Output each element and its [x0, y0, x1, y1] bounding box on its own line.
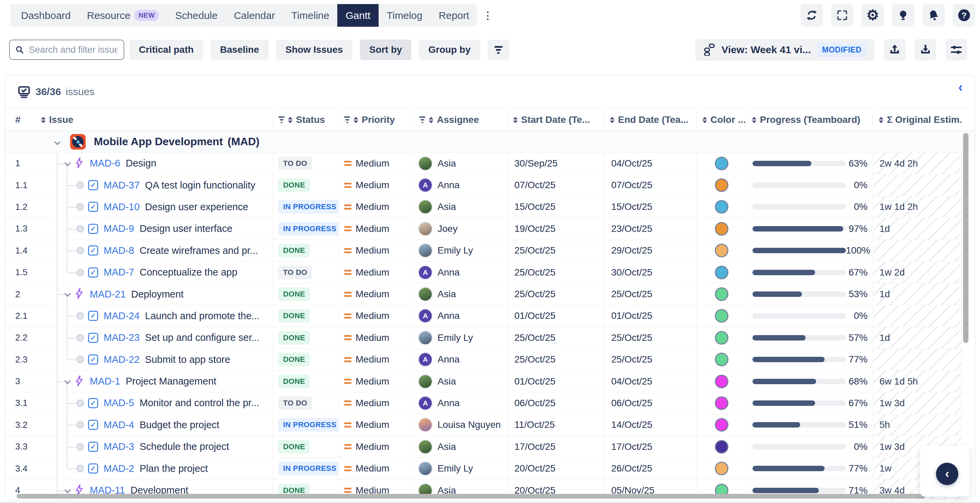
priority-cell[interactable]: Medium [338, 349, 414, 370]
drag-handle[interactable] [76, 421, 84, 428]
table-row[interactable]: 3 MAD-1Project Management DONE Medium As… [5, 371, 975, 392]
expand-chevron[interactable] [65, 290, 71, 297]
table-row[interactable]: 3.3 ✓MAD-3Schedule the project DONE Medi… [5, 436, 975, 458]
vertical-scrollbar-thumb[interactable] [963, 133, 969, 343]
priority-cell[interactable]: Medium [338, 283, 414, 305]
expand-chevron[interactable] [65, 378, 71, 384]
color-cell[interactable] [697, 305, 746, 327]
notifications-button[interactable] [923, 4, 945, 26]
filter-icon[interactable] [278, 116, 285, 123]
estimate-cell[interactable]: 1d [873, 327, 961, 348]
start-date-cell[interactable]: 17/Oct/25 [507, 436, 604, 457]
drag-handle[interactable] [76, 225, 84, 233]
sort-icon[interactable] [41, 117, 46, 123]
start-date-cell[interactable]: 25/Oct/25 [507, 349, 604, 370]
page-scrollbar-track[interactable] [0, 501, 980, 503]
critical-path-button[interactable]: Critical path [129, 40, 203, 60]
table-row[interactable]: 3.4 ✓MAD-2Plan the project IN PROGRESS M… [5, 458, 975, 479]
priority-cell[interactable]: Medium [338, 305, 414, 327]
column-header-status[interactable]: Status [273, 109, 338, 131]
assignee-cell[interactable]: Asia [414, 371, 507, 392]
progress-cell[interactable]: 77% [746, 349, 873, 370]
project-group-row[interactable]: Mobile App Development (MAD) [5, 131, 975, 153]
issue-cell[interactable]: ✓MAD-4Budget the project [35, 414, 273, 436]
issue-cell[interactable]: ✓MAD-3Schedule the project [35, 436, 273, 457]
priority-cell[interactable]: Medium [338, 175, 414, 196]
table-row[interactable]: 1.1 ✓MAD-37QA test login functionality D… [5, 175, 975, 196]
assignee-cell[interactable]: A Anna [414, 349, 507, 370]
start-date-cell[interactable]: 19/Oct/25 [507, 218, 604, 239]
nav-tab-report[interactable]: Report [430, 4, 477, 27]
drag-handle[interactable] [76, 443, 84, 451]
priority-cell[interactable]: Medium [338, 371, 414, 392]
estimate-cell[interactable]: 1d [873, 283, 961, 305]
collapse-panel-button[interactable]: ‹ [936, 463, 958, 485]
color-cell[interactable] [697, 392, 746, 414]
color-cell[interactable] [697, 153, 746, 174]
color-cell[interactable] [697, 218, 746, 239]
column-header-original-estim[interactable]: Σ Original Estim... [873, 109, 961, 131]
color-cell[interactable] [697, 175, 746, 196]
start-date-cell[interactable]: 30/Sep/25 [507, 153, 604, 174]
end-date-cell[interactable]: 26/Oct/25 [604, 458, 697, 479]
sort-icon[interactable] [513, 117, 518, 123]
end-date-cell[interactable]: 25/Oct/25 [604, 327, 697, 348]
end-date-cell[interactable]: 23/Oct/25 [604, 218, 697, 239]
drag-handle[interactable] [76, 465, 84, 472]
estimate-cell[interactable] [873, 240, 961, 261]
status-cell[interactable]: DONE [273, 305, 338, 327]
drag-handle[interactable] [76, 400, 84, 407]
assignee-cell[interactable]: Emily Ly [414, 327, 507, 348]
status-cell[interactable]: TO DO [273, 262, 338, 283]
issue-cell[interactable]: ✓MAD-8Create wireframes and pr... [35, 240, 273, 261]
table-row[interactable]: 1.3 ✓MAD-9Design user interface IN PROGR… [5, 218, 975, 240]
progress-cell[interactable]: 77% [746, 458, 873, 479]
table-row[interactable]: 2.2 ✓MAD-23Set up and configure ser... D… [5, 327, 975, 349]
assignee-cell[interactable]: Joey [414, 218, 507, 239]
table-row[interactable]: 2.1 ✓MAD-24Launch and promote the... DON… [5, 305, 975, 327]
drag-handle[interactable] [76, 312, 84, 319]
assignee-cell[interactable]: Asia [414, 153, 507, 174]
column-header-end-date-tea[interactable]: End Date (Tea... [604, 109, 697, 131]
filter-button[interactable] [488, 40, 509, 60]
drag-handle[interactable] [76, 356, 84, 363]
progress-cell[interactable]: 100% [746, 240, 873, 261]
assignee-cell[interactable]: Asia [414, 196, 507, 217]
issue-key[interactable]: MAD-24 [103, 310, 140, 322]
priority-cell[interactable]: Medium [338, 414, 414, 436]
group-by-button[interactable]: Group by [419, 40, 480, 60]
status-cell[interactable]: IN PROGRESS [273, 414, 338, 436]
estimate-cell[interactable]: 1w 2d [873, 262, 961, 283]
start-date-cell[interactable]: 11/Oct/25 [507, 414, 604, 436]
fullscreen-button[interactable] [831, 4, 853, 26]
priority-cell[interactable]: Medium [338, 436, 414, 457]
progress-cell[interactable]: 63% [746, 153, 873, 174]
column-header-progress-teamboard[interactable]: Progress (Teamboard) [746, 109, 873, 131]
nav-tab-schedule[interactable]: Schedule [167, 4, 226, 27]
start-date-cell[interactable]: 25/Oct/25 [507, 327, 604, 348]
sort-by-button[interactable]: Sort by [360, 40, 411, 60]
assignee-cell[interactable]: Louisa Nguyen [414, 414, 507, 436]
status-cell[interactable]: DONE [273, 240, 338, 261]
issue-key[interactable]: MAD-3 [103, 441, 134, 452]
show-issues-button[interactable]: Show Issues [276, 40, 353, 60]
priority-cell[interactable]: Medium [338, 327, 414, 348]
status-cell[interactable]: DONE [273, 436, 338, 457]
filter-icon[interactable] [419, 116, 425, 123]
assignee-cell[interactable]: A Anna [414, 262, 507, 283]
color-cell[interactable] [697, 327, 746, 348]
estimate-cell[interactable] [873, 175, 961, 196]
estimate-cell[interactable]: 1w 1d 2h [873, 196, 961, 217]
estimate-cell[interactable]: 2w 4d 2h [873, 153, 961, 174]
issue-key[interactable]: MAD-21 [90, 289, 126, 300]
group-collapse-chevron[interactable] [54, 139, 60, 145]
progress-cell[interactable]: 67% [746, 392, 873, 414]
issue-key[interactable]: MAD-9 [103, 223, 134, 234]
issue-key[interactable]: MAD-22 [103, 354, 140, 365]
progress-cell[interactable]: 68% [746, 371, 873, 392]
issue-key[interactable]: MAD-2 [103, 463, 134, 474]
upload-button[interactable] [884, 39, 905, 60]
end-date-cell[interactable]: 25/Oct/25 [604, 283, 697, 305]
progress-cell[interactable]: 0% [746, 196, 873, 217]
status-cell[interactable]: DONE [273, 283, 338, 305]
